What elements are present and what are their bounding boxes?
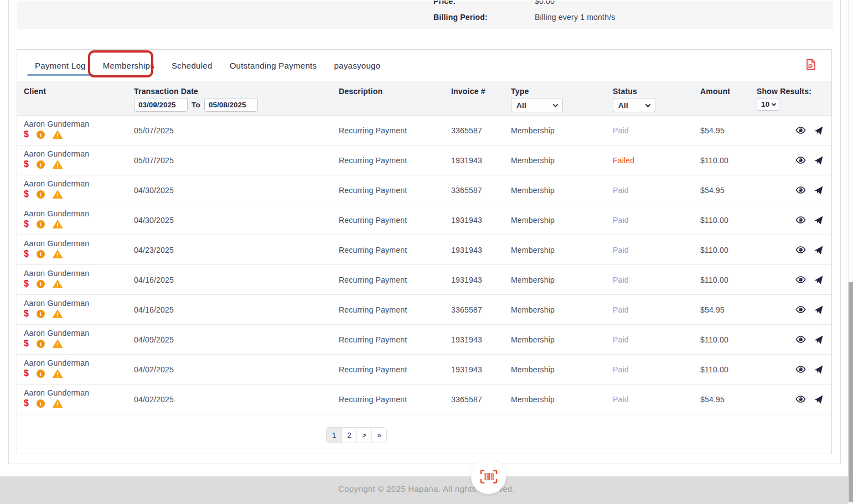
send-icon[interactable] [813,394,824,404]
scrollbar-thumb[interactable] [849,282,853,502]
status-badge: Paid [613,216,700,225]
view-icon[interactable] [795,336,806,343]
invoice-number-value: 1931943 [451,216,511,225]
warning-icon[interactable] [53,131,63,139]
amount-value: $110.00 [700,156,757,165]
send-icon[interactable] [813,335,824,345]
info-icon[interactable]: i [37,370,45,378]
info-icon[interactable]: i [37,340,45,348]
view-icon[interactable] [795,127,806,134]
dollar-icon[interactable]: $ [24,339,29,348]
warning-icon[interactable] [53,160,63,169]
payments-panel: Payment Log Memberships Scheduled Outsta… [17,49,832,454]
row-actions [757,394,831,404]
table-row: Aaron Gunderman $ i 04/30/2025 Recurring… [17,205,831,235]
client-cell: Aaron Gunderman $ i [17,295,134,319]
show-results-select[interactable]: 10 [757,98,779,111]
type-label: Type [511,87,613,96]
send-icon[interactable] [813,185,824,195]
client-cell: Aaron Gunderman $ i [17,385,134,408]
send-icon[interactable] [813,155,824,165]
status-filter-select[interactable]: All [613,98,655,112]
client-name-link[interactable]: Aaron Gunderman [24,119,134,128]
info-icon[interactable]: i [37,250,45,258]
view-icon[interactable] [795,276,806,283]
send-icon[interactable] [813,305,824,315]
tab-payasyougo[interactable]: payasyougo [326,50,388,81]
dollar-icon[interactable]: $ [24,369,29,378]
type-filter-select[interactable]: All [511,98,563,112]
client-name-link[interactable]: Aaron Gunderman [24,299,134,308]
view-icon[interactable] [795,157,806,164]
dollar-icon[interactable]: $ [24,190,29,199]
info-icon[interactable]: i [37,220,45,228]
info-icon[interactable]: i [37,310,45,318]
page-next-button[interactable]: > [356,428,371,443]
tab-bar: Payment Log Memberships Scheduled Outsta… [17,50,831,81]
dollar-icon[interactable]: $ [24,399,29,408]
info-icon[interactable]: i [37,131,45,139]
transaction-date-label: Transaction Date [134,87,339,96]
client-name-link[interactable]: Aaron Gunderman [24,388,134,397]
tab-outstanding-payments-label: Outstanding Payments [230,61,317,70]
tab-payment-log[interactable]: Payment Log [27,50,94,81]
warning-icon[interactable] [53,340,63,348]
client-action-icons: $ i [24,219,134,229]
dollar-icon[interactable]: $ [24,130,29,139]
dollar-icon[interactable]: $ [24,309,29,318]
send-icon[interactable] [813,215,824,225]
client-name-link[interactable]: Aaron Gunderman [24,149,134,158]
barcode-scan-fab[interactable] [471,459,506,494]
view-icon[interactable] [795,306,806,313]
client-name-link[interactable]: Aaron Gunderman [24,329,134,337]
page-button-2[interactable]: 2 [342,428,356,443]
page-last-button[interactable]: » [371,428,386,443]
warning-icon[interactable] [53,399,63,408]
warning-icon[interactable] [53,220,63,228]
warning-icon[interactable] [53,190,63,199]
client-name-link[interactable]: Aaron Gunderman [24,269,134,278]
date-to-input[interactable] [204,98,258,112]
warning-icon[interactable] [53,250,63,258]
view-icon[interactable] [795,366,806,373]
tab-scheduled-label: Scheduled [172,61,213,70]
send-icon[interactable] [813,275,824,285]
view-icon[interactable] [795,216,806,224]
info-icon[interactable]: i [37,280,45,288]
date-from-input[interactable] [134,98,188,112]
tab-memberships[interactable]: Memberships [95,50,162,81]
view-icon[interactable] [795,396,806,403]
status-badge: Paid [613,276,700,284]
info-icon[interactable]: i [37,160,45,169]
info-icon[interactable]: i [37,399,45,408]
client-name-link[interactable]: Aaron Gunderman [24,209,134,218]
description-value: Recurring Payment [339,335,451,344]
client-name-link[interactable]: Aaron Gunderman [24,358,134,367]
send-icon[interactable] [813,126,824,136]
tab-outstanding-payments[interactable]: Outstanding Payments [222,50,325,81]
info-icon[interactable]: i [37,190,45,199]
date-to-label: To [192,101,200,109]
export-pdf-button[interactable] [805,57,817,71]
active-tab-underline [27,74,94,76]
dollar-icon[interactable]: $ [24,160,29,169]
dollar-icon[interactable]: $ [24,220,29,228]
payment-type-value: Membership [511,335,613,344]
warning-icon[interactable] [53,280,63,288]
amount-value: $54.95 [700,395,757,404]
dollar-icon[interactable]: $ [24,279,29,288]
scrollbar-track[interactable] [848,0,853,504]
dollar-icon[interactable]: $ [24,250,29,258]
send-icon[interactable] [813,245,824,255]
table-row: Aaron Gunderman $ i 04/23/2025 Recurring… [17,235,831,265]
page-button-1[interactable]: 1 [327,428,342,443]
send-icon[interactable] [813,365,824,375]
client-name-link[interactable]: Aaron Gunderman [24,239,134,248]
view-icon[interactable] [795,246,806,253]
view-icon[interactable] [795,186,806,194]
warning-icon[interactable] [53,370,63,378]
tab-scheduled[interactable]: Scheduled [164,50,220,81]
client-name-link[interactable]: Aaron Gunderman [24,179,134,188]
status-badge: Paid [613,305,700,314]
warning-icon[interactable] [53,310,63,318]
